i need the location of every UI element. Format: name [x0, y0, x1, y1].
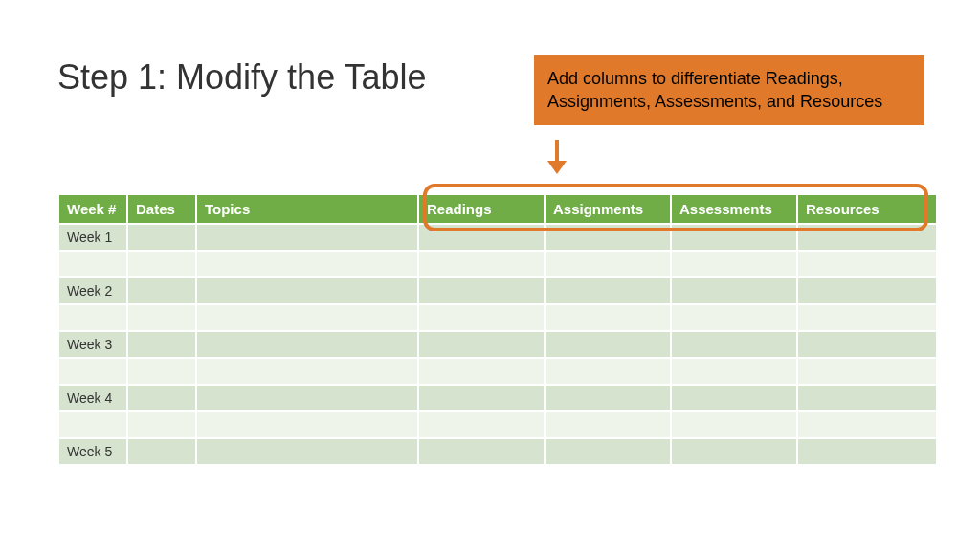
cell-resources	[798, 225, 936, 250]
slide-title: Step 1: Modify the Table	[57, 57, 427, 98]
header-dates: Dates	[128, 195, 195, 223]
cell-week	[59, 412, 126, 437]
table-row: Week 1	[59, 225, 936, 250]
cell-week: Week 1	[59, 225, 126, 250]
header-readings: Readings	[419, 195, 544, 223]
table-row: Week 5	[59, 439, 936, 464]
cell-week: Week 4	[59, 386, 126, 410]
table-row: Week 2	[59, 278, 936, 303]
table-row: Week 3	[59, 332, 936, 357]
table-row	[59, 359, 936, 384]
header-assignments: Assignments	[546, 195, 670, 223]
schedule-table: Week # Dates Topics Readings Assignments…	[57, 193, 938, 466]
header-resources: Resources	[798, 195, 936, 223]
cell-week	[59, 359, 126, 384]
cell-assessments	[672, 225, 796, 250]
cell-week	[59, 305, 126, 330]
cell-readings	[419, 225, 544, 250]
header-assessments: Assessments	[672, 195, 796, 223]
callout-box: Add columns to differentiate Readings, A…	[534, 55, 924, 125]
cell-topics	[197, 225, 417, 250]
cell-week: Week 5	[59, 439, 126, 464]
cell-week: Week 2	[59, 278, 126, 303]
header-week: Week #	[59, 195, 126, 223]
callout-text: Add columns to differentiate Readings, A…	[547, 69, 882, 111]
cell-week	[59, 252, 126, 276]
table-row	[59, 252, 936, 276]
table-row: Week 4	[59, 386, 936, 410]
table-row	[59, 305, 936, 330]
cell-assignments	[546, 225, 670, 250]
cell-week: Week 3	[59, 332, 126, 357]
header-topics: Topics	[197, 195, 417, 223]
table-header-row: Week # Dates Topics Readings Assignments…	[59, 195, 936, 223]
callout-arrow-icon	[551, 140, 563, 174]
cell-dates	[128, 225, 195, 250]
table-row	[59, 412, 936, 437]
schedule-table-container: Week # Dates Topics Readings Assignments…	[57, 193, 923, 466]
